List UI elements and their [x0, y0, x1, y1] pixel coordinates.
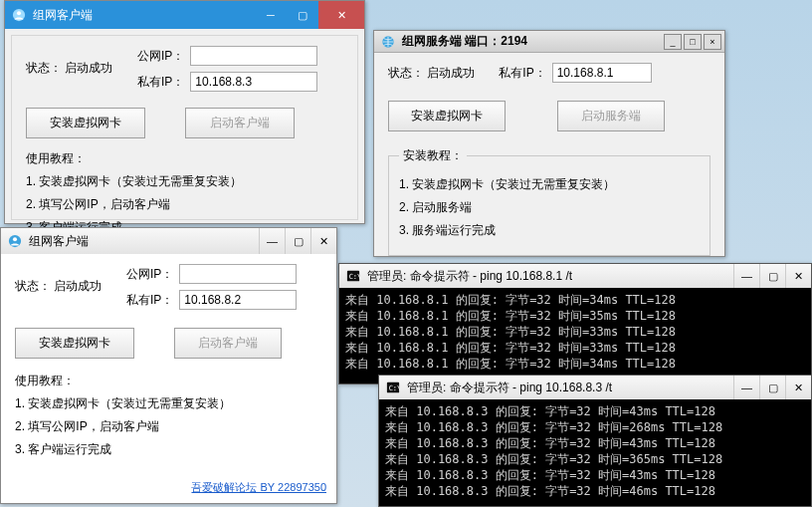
client-window-1: 组网客户端 ─ ▢ ✕ 状态： 启动成功 公网IP： 私有IP： — [4, 0, 365, 224]
console-output: 来自 10.168.8.3 的回复: 字节=32 时间=43ms TTL=128… — [379, 399, 811, 506]
window-title: 管理员: 命令提示符 - ping 10.168.8.1 /t — [367, 268, 733, 285]
svg-point-4 — [13, 237, 17, 241]
public-ip-label: 公网IP： — [132, 48, 184, 65]
tutorial-label: 使用教程： — [26, 150, 343, 167]
private-ip-label: 私有IP： — [121, 292, 173, 309]
cmd-icon: C:\ — [385, 380, 401, 395]
minimize-button[interactable]: — — [259, 228, 285, 254]
status-value: 启动成功 — [427, 66, 475, 80]
titlebar[interactable]: C:\ 管理员: 命令提示符 - ping 10.168.8.1 /t — ▢ … — [339, 264, 811, 288]
private-ip-input[interactable] — [552, 63, 652, 83]
maximize-button[interactable]: ▢ — [287, 1, 318, 29]
start-server-button[interactable]: 启动服务端 — [557, 101, 665, 131]
public-ip-input[interactable] — [190, 46, 317, 66]
list-item: 1. 安装虚拟网卡（安装过无需重复安装） — [399, 176, 700, 193]
titlebar[interactable]: C:\ 管理员: 命令提示符 - ping 10.168.8.3 /t — ▢ … — [379, 376, 811, 399]
install-nic-button[interactable]: 安装虚拟网卡 — [26, 108, 145, 138]
window-title: 组网客户端 — [29, 233, 259, 250]
list-item: 2. 填写公网IP，启动客户端 — [15, 418, 322, 435]
svg-text:C:\: C:\ — [389, 384, 400, 392]
status-value: 启动成功 — [54, 279, 102, 293]
svg-text:C:\: C:\ — [349, 273, 360, 281]
list-item: 3. 服务端运行完成 — [399, 222, 700, 239]
titlebar[interactable]: 组网服务端 端口：2194 _ □ × — [374, 31, 724, 53]
app-icon — [7, 233, 23, 249]
window-title: 组网服务端 端口：2194 — [402, 33, 663, 50]
close-button[interactable]: ✕ — [310, 228, 336, 254]
private-ip-input[interactable] — [190, 72, 317, 92]
status-label: 状态： — [26, 61, 62, 75]
install-nic-button[interactable]: 安装虚拟网卡 — [15, 328, 134, 359]
titlebar[interactable]: 组网客户端 ─ ▢ ✕ — [5, 1, 364, 29]
list-item: 2. 填写公网IP，启动客户端 — [26, 196, 343, 213]
public-ip-label: 公网IP： — [121, 266, 173, 283]
maximize-button[interactable]: ▢ — [759, 376, 785, 399]
private-ip-input[interactable] — [179, 290, 297, 310]
close-button[interactable]: × — [704, 34, 721, 50]
status-value: 启动成功 — [65, 61, 112, 75]
footer-link[interactable]: 吾爱破解论坛 BY 22897350 — [191, 480, 326, 495]
cmd-window-1: C:\ 管理员: 命令提示符 - ping 10.168.8.1 /t — ▢ … — [338, 263, 812, 384]
list-item: 2. 启动服务端 — [399, 199, 700, 216]
minimize-button[interactable]: _ — [664, 34, 682, 50]
minimize-button[interactable]: — — [733, 264, 759, 288]
tutorial-label: 使用教程： — [15, 373, 322, 389]
maximize-button[interactable]: ▢ — [285, 228, 310, 254]
start-client-button[interactable]: 启动客户端 — [174, 328, 282, 359]
cmd-icon: C:\ — [345, 268, 361, 284]
maximize-button[interactable]: □ — [684, 34, 702, 50]
list-item: 3. 客户端运行完成 — [15, 441, 322, 458]
minimize-button[interactable]: — — [733, 376, 759, 399]
minimize-button[interactable]: ─ — [255, 1, 287, 29]
close-button[interactable]: ✕ — [785, 264, 811, 288]
list-item: 1. 安装虚拟网卡（安装过无需重复安装） — [26, 173, 343, 190]
close-button[interactable]: ✕ — [318, 1, 364, 29]
start-client-button[interactable]: 启动客户端 — [185, 108, 295, 138]
tutorial-frame: 安装教程： 1. 安装虚拟网卡（安装过无需重复安装） 2. 启动服务端 3. 服… — [388, 147, 710, 256]
status-label: 状态： — [15, 279, 51, 293]
globe-icon — [380, 34, 396, 50]
titlebar[interactable]: 组网客户端 — ▢ ✕ — [1, 228, 336, 254]
app-icon — [11, 7, 27, 23]
private-ip-label: 私有IP： — [499, 65, 545, 82]
svg-point-1 — [17, 11, 21, 15]
console-output: 来自 10.168.8.1 的回复: 字节=32 时间=34ms TTL=128… — [339, 288, 811, 383]
maximize-button[interactable]: ▢ — [759, 264, 785, 288]
public-ip-input[interactable] — [179, 264, 297, 284]
install-nic-button[interactable]: 安装虚拟网卡 — [388, 101, 506, 131]
close-button[interactable]: ✕ — [785, 376, 811, 399]
private-ip-label: 私有IP： — [132, 74, 184, 91]
server-window: 组网服务端 端口：2194 _ □ × 状态： 启动成功 私有IP： 安装虚拟网… — [373, 30, 725, 257]
window-title: 组网客户端 — [33, 7, 255, 24]
client-window-2: 组网客户端 — ▢ ✕ 状态： 启动成功 公网IP： 私有IP： — [0, 227, 337, 504]
status-label: 状态： — [388, 66, 424, 80]
window-title: 管理员: 命令提示符 - ping 10.168.8.3 /t — [407, 380, 733, 396]
list-item: 1. 安装虚拟网卡（安装过无需重复安装） — [15, 395, 322, 412]
tutorial-legend: 安装教程： — [399, 147, 467, 164]
cmd-window-2: C:\ 管理员: 命令提示符 - ping 10.168.8.3 /t — ▢ … — [378, 375, 812, 507]
